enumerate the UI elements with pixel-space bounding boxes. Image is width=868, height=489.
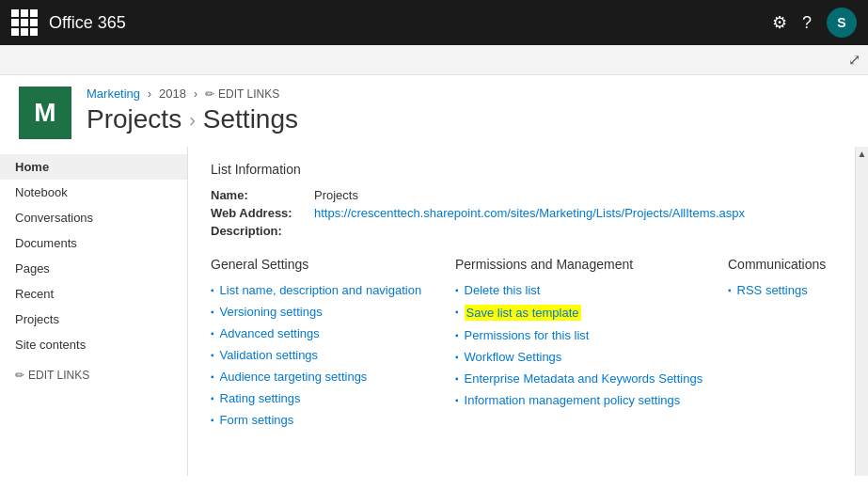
link-validation[interactable]: Validation settings	[220, 348, 319, 362]
page-title-arrow: ›	[189, 109, 196, 131]
settings-grid: General Settings List name, description …	[211, 257, 832, 434]
permissions-section: Permissions and Management Delete this l…	[455, 257, 728, 434]
link-rating[interactable]: Rating settings	[220, 391, 301, 405]
breadcrumb-edit-links[interactable]: ✏ EDIT LINKS	[205, 87, 279, 101]
link-enterprise-metadata[interactable]: Enterprise Metadata and Keywords Setting…	[465, 371, 703, 386]
info-table: Name: Projects Web Address: https://cres…	[211, 188, 832, 238]
list-item: Enterprise Metadata and Keywords Setting…	[455, 371, 728, 386]
list-info-title: List Information	[211, 162, 832, 177]
sidebar: Home Notebook Conversations Documents Pa…	[0, 147, 188, 476]
sidebar-item-projects[interactable]: Projects	[0, 307, 187, 332]
link-form[interactable]: Form settings	[220, 413, 294, 427]
general-settings-title: General Settings	[211, 257, 455, 272]
info-row-desc: Description:	[211, 224, 832, 238]
link-list-name[interactable]: List name, description and navigation	[220, 283, 422, 297]
content-area: List Information Name: Projects Web Addr…	[188, 147, 855, 476]
page-title-projects: Projects	[87, 104, 181, 134]
info-label-web: Web Address:	[211, 206, 314, 220]
settings-icon[interactable]: ⚙	[772, 12, 787, 33]
info-value-name: Projects	[314, 188, 358, 202]
breadcrumb-site[interactable]: Marketing	[87, 87, 140, 101]
breadcrumb: Marketing › 2018 › ✏ EDIT LINKS	[87, 87, 298, 101]
info-label-desc: Description:	[211, 224, 314, 238]
edit-pencil-icon: ✏	[205, 87, 214, 101]
breadcrumb-year: 2018	[159, 87, 186, 101]
list-item: Save list as template	[455, 305, 728, 321]
permissions-title: Permissions and Management	[455, 257, 728, 272]
sidebar-edit-links-label: EDIT LINKS	[28, 369, 89, 382]
sidebar-item-conversations[interactable]: Conversations	[0, 205, 187, 230]
avatar[interactable]: S	[827, 8, 857, 38]
list-item: Validation settings	[211, 348, 455, 362]
link-save-template[interactable]: Save list as template	[465, 305, 581, 321]
general-settings-list: List name, description and navigation Ve…	[211, 283, 455, 427]
list-item: Delete this list	[455, 283, 728, 297]
app-title: Office 365	[49, 13, 761, 33]
sidebar-item-recent[interactable]: Recent	[0, 281, 187, 307]
link-advanced[interactable]: Advanced settings	[220, 326, 320, 340]
help-icon[interactable]: ?	[802, 13, 812, 33]
link-info-policy[interactable]: Information management policy settings	[465, 393, 681, 407]
link-rss[interactable]: RSS settings	[737, 283, 808, 297]
general-settings-section: General Settings List name, description …	[211, 257, 455, 434]
list-item: List name, description and navigation	[211, 283, 455, 297]
edit-pencil-icon-sidebar: ✏	[15, 369, 24, 382]
sidebar-item-notebook[interactable]: Notebook	[0, 180, 187, 205]
info-label-name: Name:	[211, 188, 314, 202]
topbar: Office 365 ⚙ ? S	[0, 0, 868, 45]
page-title: Projects › Settings	[87, 104, 298, 134]
list-item: Advanced settings	[211, 326, 455, 340]
topbar-icons: ⚙ ? S	[772, 8, 857, 38]
edit-links-label: EDIT LINKS	[218, 87, 279, 101]
list-item: Rating settings	[211, 391, 455, 405]
sidebar-item-pages[interactable]: Pages	[0, 256, 187, 281]
sidebar-item-documents[interactable]: Documents	[0, 230, 187, 256]
apps-icon[interactable]	[11, 9, 38, 36]
sidebar-item-site-contents[interactable]: Site contents	[0, 332, 187, 357]
info-row-name: Name: Projects	[211, 188, 832, 202]
list-item: Form settings	[211, 413, 455, 427]
resize-icon[interactable]: ⤢	[848, 51, 860, 69]
link-audience[interactable]: Audience targeting settings	[220, 370, 368, 384]
header-area: M Marketing › 2018 › ✏ EDIT LINKS Projec…	[0, 75, 868, 147]
link-versioning[interactable]: Versioning settings	[220, 305, 323, 319]
breadcrumb-sep2: ›	[194, 87, 197, 101]
permissions-list: Delete this list Save list as template P…	[455, 283, 728, 407]
list-item: Versioning settings	[211, 305, 455, 319]
info-value-web[interactable]: https://crescenttech.sharepoint.com/site…	[314, 206, 745, 220]
scroll-up-icon[interactable]: ▲	[858, 149, 867, 159]
communications-title: Communications	[728, 257, 832, 272]
link-workflow[interactable]: Workflow Settings	[465, 350, 562, 364]
list-item: RSS settings	[728, 283, 832, 297]
communications-list: RSS settings	[728, 283, 832, 297]
sidebar-edit-links[interactable]: ✏ EDIT LINKS	[0, 361, 187, 389]
scrollbar[interactable]: ▲	[855, 147, 868, 476]
link-delete[interactable]: Delete this list	[465, 283, 541, 297]
page-title-settings: Settings	[203, 104, 298, 134]
header-content: Marketing › 2018 › ✏ EDIT LINKS Projects…	[87, 87, 298, 134]
communications-section: Communications RSS settings	[728, 257, 832, 434]
info-row-web: Web Address: https://crescenttech.sharep…	[211, 206, 832, 220]
main-layout: Home Notebook Conversations Documents Pa…	[0, 147, 868, 476]
site-logo: M	[19, 87, 71, 139]
breadcrumb-sep: ›	[148, 87, 151, 101]
list-item: Workflow Settings	[455, 350, 728, 364]
sub-topbar: ⤢	[0, 45, 868, 75]
list-item: Permissions for this list	[455, 328, 728, 342]
list-item: Audience targeting settings	[211, 370, 455, 384]
link-permissions[interactable]: Permissions for this list	[465, 328, 590, 342]
list-item: Information management policy settings	[455, 393, 728, 407]
sidebar-item-home[interactable]: Home	[0, 154, 187, 180]
